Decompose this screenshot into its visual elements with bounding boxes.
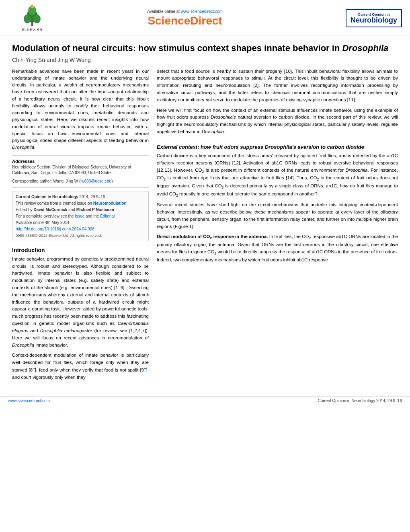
addresses-box: Addresses Neurobiology Section, Division… <box>12 159 149 176</box>
info-box: Current Opinion in Neurobiology 2014, 29… <box>12 191 149 241</box>
elsevier-logo: ELSEVIER <box>8 5 56 32</box>
intro-paragraph-1: Innate behavior, programmed by genetical… <box>12 256 149 349</box>
right-divider-1 <box>157 139 398 139</box>
elsevier-tree-icon <box>20 5 44 27</box>
right-paragraph-1: detect that a food source is nearby to s… <box>157 68 398 104</box>
direct-mod-heading-inline: Direct modulation of CO2 response in the… <box>157 234 268 239</box>
corresponding-author: Corresponding author: Wang, Jing W (jw80… <box>12 179 149 183</box>
info-box-journal-issue: Current Opinion in Neurobiology 2014, 29… <box>16 194 145 200</box>
intro-paragraph-2: Context-dependent modulation of innate b… <box>12 352 149 381</box>
corresponding-close: ) <box>111 179 113 183</box>
doi-link[interactable]: http://dx.doi.org/10.1016/j.conb.2014.04… <box>16 227 94 231</box>
divider-2 <box>12 187 149 188</box>
sciencedirect-header: Available online at www.sciencedirect.co… <box>56 9 314 27</box>
svg-rect-6 <box>31 5 33 6</box>
article-title-italic: Drosophila <box>342 43 388 53</box>
journal-badge: Current Opinion in Neurobiology <box>346 9 402 28</box>
sciencedirect-orange: Science <box>148 14 190 27</box>
article-title: Modulation of neural circuits: how stimu… <box>12 43 398 54</box>
info-box-doi: http://dx.doi.org/10.1016/j.conb.2014.04… <box>16 226 145 232</box>
abstract-text: Remarkable advances have been made in re… <box>12 68 149 151</box>
available-online-text: Available online at www.sciencedirect.co… <box>56 9 314 14</box>
addresses-label: Addresses <box>12 159 149 164</box>
article-authors: Chih-Ying Su and Jing W Wang <box>12 57 398 63</box>
right-paragraph-2: Here we will first focus on how the cont… <box>157 107 398 136</box>
journal-badge-bottom: Neurobiology <box>351 16 397 25</box>
editorial-link[interactable]: Editorial <box>100 214 115 218</box>
info-box-overview: For a complete overview see the Issue an… <box>16 213 145 220</box>
main-content: Modulation of neural circuits: how stimu… <box>0 35 410 388</box>
info-box-available: Available online 4th May 2014 <box>16 220 145 226</box>
editor-2: Michael P Nusbaum <box>76 207 114 212</box>
header: ELSEVIER Available online at www.science… <box>0 0 410 35</box>
issue-link[interactable]: Issue <box>75 214 84 218</box>
sciencedirect-logo: ScienceDirect <box>56 14 314 27</box>
sciencedirect-gray: Direct <box>190 14 222 27</box>
journal-badge-container: Current Opinion in Neurobiology <box>314 9 402 28</box>
info-box-edited-by: Edited by David McCormick and Michael P … <box>16 207 145 213</box>
editor-1: David McCormick <box>33 207 67 212</box>
abstract-italic: Drosophila <box>12 145 34 150</box>
external-context-p2: Several recent studies have shed light o… <box>157 201 398 230</box>
divider-1 <box>12 155 149 156</box>
two-column-layout: Remarkable advances have been made in re… <box>12 68 398 384</box>
external-context-heading: External context: how fruit odors suppre… <box>157 144 398 150</box>
info-box-theme-issue: This review comes from a themed issue on… <box>16 200 145 207</box>
info-box-journal-bold: Current Opinion in Neurobiology <box>16 195 78 199</box>
svg-point-2 <box>24 14 31 23</box>
footer: www.sciencedirect.com Current Opinion in… <box>0 396 410 405</box>
right-column: detect that a food source is nearby to s… <box>157 68 398 384</box>
corresponding-email-link[interactable]: jw800@ucsd.edu <box>80 179 111 183</box>
svg-point-3 <box>33 14 41 23</box>
direct-mod-paragraph: Direct modulation of CO2 response in the… <box>157 233 398 263</box>
footer-url: www.sciencedirect.com <box>8 398 50 403</box>
addresses-content: Neurobiology Section, Division of Biolog… <box>12 164 149 176</box>
introduction-heading: Introduction <box>12 247 149 253</box>
neuromodulation-link[interactable]: Neuromodulation <box>93 201 127 205</box>
info-box-copyright: 0959-4388/© 2014 Elsevier Ltd. All right… <box>16 232 145 238</box>
elsevier-text: ELSEVIER <box>22 28 43 32</box>
left-column: Remarkable advances have been made in re… <box>12 68 149 384</box>
corresponding-label: Corresponding author: Wang, Jing W ( <box>12 179 80 183</box>
website-link[interactable]: www.sciencedirect.com <box>181 9 223 14</box>
external-context-p1: Carbon dioxide is a key component of the… <box>157 152 398 198</box>
footer-citation: Current Opinion in Neurobiology 2014, 29… <box>318 398 402 403</box>
elsevier-logo-container: ELSEVIER <box>8 5 56 32</box>
